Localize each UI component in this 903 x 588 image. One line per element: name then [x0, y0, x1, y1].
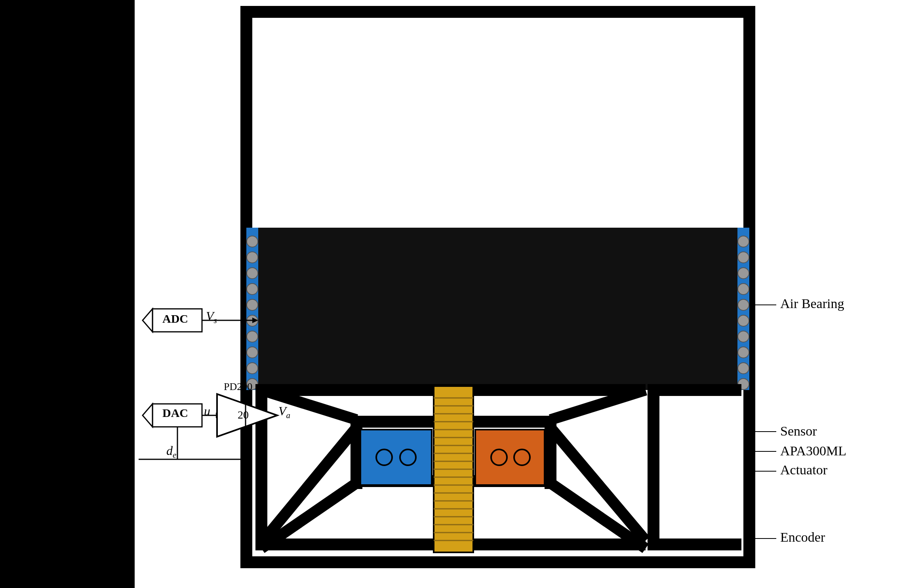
air-bearing-label: Air Bearing: [780, 296, 844, 311]
u-label: u: [204, 404, 210, 419]
diagram-svg: [0, 0, 903, 588]
pd200-label: PD200: [224, 381, 252, 393]
svg-rect-26: [252, 390, 743, 548]
svg-rect-40: [351, 416, 362, 489]
svg-point-21: [738, 315, 749, 326]
svg-point-19: [738, 284, 749, 295]
svg-rect-44: [434, 386, 473, 552]
vs-label: Vs: [206, 309, 217, 325]
svg-rect-33: [654, 384, 741, 396]
svg-point-6: [247, 236, 258, 247]
svg-rect-5: [737, 228, 749, 390]
svg-rect-37: [654, 539, 741, 550]
svg-point-13: [247, 347, 258, 358]
svg-marker-71: [143, 309, 152, 332]
svg-point-20: [738, 299, 749, 310]
svg-point-17: [738, 252, 749, 263]
svg-point-8: [247, 268, 258, 279]
svg-marker-79: [216, 413, 223, 418]
va-label: Va: [278, 404, 290, 420]
adc-label: ADC: [162, 312, 188, 325]
svg-marker-75: [252, 318, 258, 323]
svg-line-31: [551, 483, 646, 548]
svg-line-42: [263, 428, 356, 540]
svg-point-25: [738, 379, 749, 390]
svg-rect-2: [252, 18, 743, 228]
svg-point-23: [738, 347, 749, 358]
svg-rect-41: [545, 416, 556, 489]
svg-rect-32: [261, 384, 646, 396]
svg-line-28: [261, 390, 356, 420]
svg-point-68: [491, 449, 507, 465]
svg-point-67: [400, 449, 416, 465]
svg-point-12: [247, 331, 258, 342]
svg-rect-3: [252, 228, 743, 390]
svg-line-43: [551, 428, 646, 540]
svg-rect-65: [475, 430, 545, 485]
svg-line-29: [261, 483, 356, 548]
dac-label: DAC: [162, 406, 188, 420]
svg-rect-1: [246, 12, 749, 562]
sensor-label: Sensor: [780, 424, 817, 439]
svg-rect-36: [261, 539, 646, 550]
svg-rect-35: [648, 384, 659, 550]
svg-point-14: [247, 363, 258, 374]
svg-point-11: [247, 315, 258, 326]
actuator-label: Actuator: [780, 462, 827, 478]
svg-point-22: [738, 331, 749, 342]
amp-gain-label: 20: [238, 409, 249, 421]
svg-point-66: [376, 449, 392, 465]
de-label: de: [166, 443, 176, 460]
svg-point-10: [247, 299, 258, 310]
svg-marker-73: [143, 404, 152, 427]
svg-rect-4: [246, 228, 258, 390]
svg-line-30: [551, 390, 646, 420]
svg-point-18: [738, 268, 749, 279]
encoder-label: Encoder: [780, 530, 825, 545]
apa300ml-label: APA300ML: [780, 443, 846, 459]
svg-point-7: [247, 252, 258, 263]
svg-rect-0: [0, 0, 135, 588]
svg-point-16: [738, 236, 749, 247]
svg-rect-64: [360, 430, 432, 485]
svg-point-9: [247, 284, 258, 295]
svg-point-24: [738, 363, 749, 374]
svg-point-69: [514, 449, 530, 465]
svg-rect-39: [356, 475, 551, 487]
diagram-container: ADC DAC PD200 20 Vs Va u de Air Bearing …: [0, 0, 903, 588]
svg-rect-34: [255, 384, 267, 550]
svg-rect-38: [356, 416, 551, 428]
